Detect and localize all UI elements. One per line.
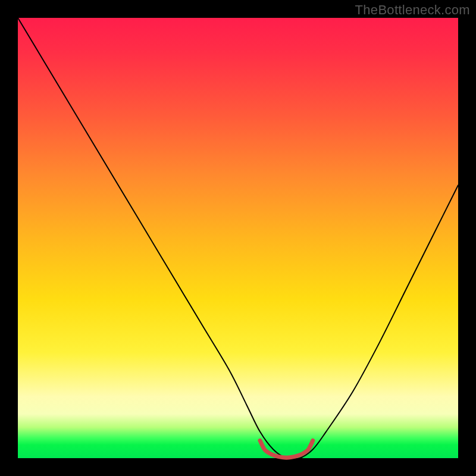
curve-svg [18, 18, 458, 458]
chart-frame: TheBottleneck.com [0, 0, 476, 476]
plot-area [18, 18, 458, 458]
watermark-text: TheBottleneck.com [355, 2, 470, 18]
bottleneck-curve-line [18, 18, 458, 459]
